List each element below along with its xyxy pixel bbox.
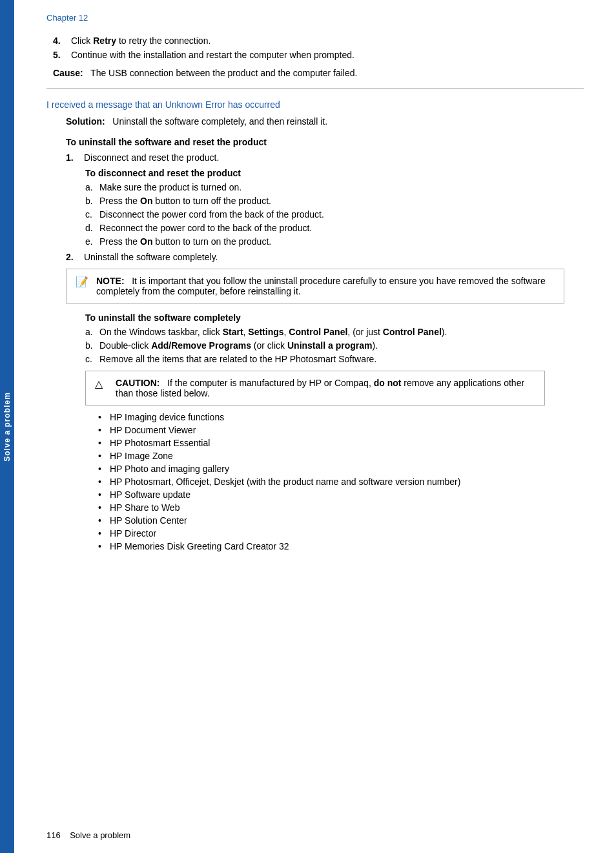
label-c: c. (85, 209, 99, 220)
uninstall-heading: To uninstall the software and reset the … (46, 137, 584, 147)
step-1-container: 1. Disconnect and reset the product. (46, 152, 584, 163)
solution-label: Solution: (66, 116, 105, 127)
cause-line: Cause: The USB connection between the pr… (46, 68, 584, 78)
bullet-item-8: • HP Share to Web (98, 502, 584, 513)
uninstall-step-b: b. Double-click Add/Remove Programs (or … (85, 340, 584, 351)
text-e: Press the On button to turn on the produ… (99, 236, 271, 247)
bullet-item-1: • HP Imaging device functions (98, 412, 584, 422)
uninstall-text-a: On the Windows taskbar, click Start, Set… (99, 327, 447, 337)
step-1-number: 1. (66, 152, 84, 163)
step-2: 2. Uninstall the software completely. (66, 252, 584, 262)
bullet-dot-6: • (98, 477, 110, 487)
bullet-dot-1: • (98, 412, 110, 422)
bullet-text-7: HP Software update (110, 489, 190, 500)
section-heading: I received a message that an Unknown Err… (46, 99, 584, 110)
bullet-dot-11: • (98, 541, 110, 551)
uninstall-alpha-steps: a. On the Windows taskbar, click Start, … (46, 327, 584, 364)
disconnect-heading: To disconnect and reset the product (46, 168, 584, 178)
bullet-text-3: HP Photosmart Essential (110, 438, 210, 448)
footer-text: Solve a problem (70, 830, 130, 840)
chapter-header: Chapter 12 (46, 13, 584, 23)
bullet-text-11: HP Memories Disk Greeting Card Creator 3… (110, 541, 289, 551)
disconnect-step-c: c. Disconnect the power cord from the ba… (85, 209, 584, 220)
bullet-item-4: • HP Image Zone (98, 451, 584, 461)
bullet-item-9: • HP Solution Center (98, 515, 584, 526)
bullet-item-5: • HP Photo and imaging gallery (98, 464, 584, 474)
uninstall-label-c: c. (85, 354, 99, 364)
label-d: d. (85, 223, 99, 233)
bullet-text-8: HP Share to Web (110, 502, 180, 513)
bullet-dot-9: • (98, 515, 110, 526)
footer-page-number: 116 (46, 830, 61, 840)
bullet-list: • HP Imaging device functions • HP Docum… (46, 412, 584, 551)
disconnect-step-b: b. Press the On button to turn off the p… (85, 196, 584, 206)
step-5: 5. Continue with the installation and re… (46, 50, 584, 60)
bullet-item-10: • HP Director (98, 528, 584, 539)
step-4-number: 4. (53, 36, 71, 46)
text-d: Reconnect the power cord to the back of … (99, 223, 312, 233)
uninstall-step-a: a. On the Windows taskbar, click Start, … (85, 327, 584, 337)
step-4: 4. Click Retry to retry the connection. (46, 36, 584, 46)
bullet-text-5: HP Photo and imaging gallery (110, 464, 229, 474)
note-box: 📝 NOTE: It is important that you follow … (66, 269, 564, 303)
bullet-text-4: HP Image Zone (110, 451, 173, 461)
uninstall-label-b: b. (85, 340, 99, 351)
bullet-text-2: HP Document Viewer (110, 425, 196, 435)
step-2-number: 2. (66, 252, 84, 262)
disconnect-step-a: a. Make sure the product is turned on. (85, 182, 584, 192)
step-1: 1. Disconnect and reset the product. (66, 152, 584, 163)
caution-text: If the computer is manufactured by HP or… (116, 378, 524, 398)
bullet-dot-7: • (98, 489, 110, 500)
bullet-dot-4: • (98, 451, 110, 461)
bullet-item-2: • HP Document Viewer (98, 425, 584, 435)
caution-label: CAUTION: (116, 378, 159, 388)
bullet-dot-10: • (98, 528, 110, 539)
bullet-dot-3: • (98, 438, 110, 448)
uninstall-text-b: Double-click Add/Remove Programs (or cli… (99, 340, 378, 351)
bullet-dot-5: • (98, 464, 110, 474)
note-icon: 📝 (76, 276, 90, 296)
step-5-text: Continue with the installation and resta… (71, 50, 584, 60)
solution-text: Uninstall the software completely, and t… (112, 116, 327, 127)
label-a: a. (85, 182, 99, 192)
uninstall-label-a: a. (85, 327, 99, 337)
main-content: Chapter 12 4. Click Retry to retry the c… (14, 0, 616, 853)
bullet-item-6: • HP Photosmart, Officejet, Deskjet (wit… (98, 477, 584, 487)
caution-box: △ CAUTION: If the computer is manufactur… (85, 371, 545, 406)
bullet-dot-8: • (98, 502, 110, 513)
note-text: It is important that you follow the unin… (96, 276, 546, 296)
step-1-text: Disconnect and reset the product. (84, 152, 584, 163)
note-content: NOTE: It is important that you follow th… (96, 276, 555, 296)
step-2-text: Uninstall the software completely. (84, 252, 584, 262)
caution-icon: △ (95, 378, 109, 398)
uninstall-text-c: Remove all the items that are related to… (99, 354, 376, 364)
step-5-number: 5. (53, 50, 71, 60)
bullet-item-7: • HP Software update (98, 489, 584, 500)
bullet-dot-2: • (98, 425, 110, 435)
disconnect-step-e: e. Press the On button to turn on the pr… (85, 236, 584, 247)
bullet-text-6: HP Photosmart, Officejet, Deskjet (with … (110, 477, 460, 487)
uninstall-completely-heading: To uninstall the software completely (46, 313, 584, 323)
disconnect-steps: a. Make sure the product is turned on. b… (46, 182, 584, 247)
note-label: NOTE: (96, 276, 125, 286)
steps-top: 4. Click Retry to retry the connection. … (46, 36, 584, 60)
sidebar-tab: Solve a problem (0, 0, 14, 853)
caution-content: CAUTION: If the computer is manufactured… (116, 378, 535, 398)
footer: 116 Solve a problem (46, 830, 130, 840)
uninstall-step-c: c. Remove all the items that are related… (85, 354, 584, 364)
bullet-item-3: • HP Photosmart Essential (98, 438, 584, 448)
sidebar-tab-label: Solve a problem (3, 392, 12, 462)
step-4-text: Click Retry to retry the connection. (71, 36, 584, 46)
disconnect-step-d: d. Reconnect the power cord to the back … (85, 223, 584, 233)
label-e: e. (85, 236, 99, 247)
bullet-text-1: HP Imaging device functions (110, 412, 224, 422)
page-container: Solve a problem Chapter 12 4. Click Retr… (0, 0, 616, 853)
text-a: Make sure the product is turned on. (99, 182, 241, 192)
step-2-container: 2. Uninstall the software completely. (46, 252, 584, 262)
text-c: Disconnect the power cord from the back … (99, 209, 324, 220)
bullet-item-11: • HP Memories Disk Greeting Card Creator… (98, 541, 584, 551)
divider-1 (46, 88, 584, 89)
label-b: b. (85, 196, 99, 206)
solution-line: Solution: Uninstall the software complet… (46, 116, 584, 127)
bullet-text-10: HP Director (110, 528, 156, 539)
